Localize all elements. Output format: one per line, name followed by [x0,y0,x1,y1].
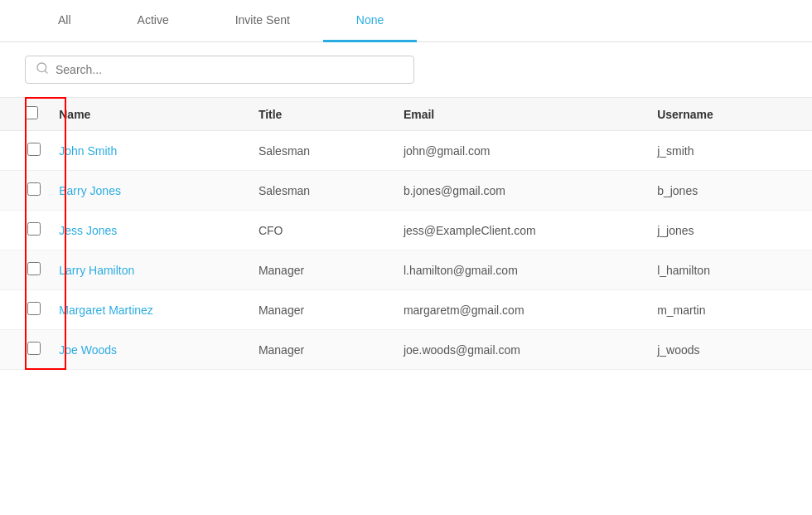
col-header-email: Email [395,98,649,131]
user-name-link[interactable]: Joe Woods [59,343,117,357]
row-email-cell: joe.woods@gmail.com [395,330,649,370]
row-username-cell: b_jones [649,171,812,211]
select-all-checkbox[interactable] [25,106,38,119]
row-checkbox-cell [0,131,51,171]
row-checkbox-5[interactable] [27,342,41,355]
table-row: Margaret Martinez Manager margaretm@gmai… [0,290,812,330]
row-name-cell: Margaret Martinez [51,290,250,330]
row-username-cell: m_martin [649,290,812,330]
search-box [25,56,414,84]
tab-bar: All Active Invite Sent None [0,0,812,42]
row-email-cell: b.jones@gmail.com [395,171,649,211]
search-icon [36,61,49,78]
row-checkbox-cell [0,211,51,250]
row-username-cell: j_smith [649,131,812,171]
row-title-cell: CFO [250,211,395,250]
row-username-cell: j_woods [649,330,812,370]
search-input[interactable] [56,63,404,76]
row-checkbox-1[interactable] [27,182,41,196]
table-body: John Smith Salesman john@gmail.com j_smi… [0,131,812,370]
row-checkbox-3[interactable] [27,262,41,275]
tab-active[interactable]: Active [104,0,202,42]
page-container: All Active Invite Sent None [0,0,812,515]
col-header-name: Name [51,98,250,131]
user-name-link[interactable]: John Smith [59,144,117,158]
row-email-cell: margaretm@gmail.com [395,290,649,330]
table-row: Jess Jones CFO jess@ExampleClient.com j_… [0,211,812,250]
row-username-cell: l_hamilton [649,250,812,290]
user-table: Name Title Email Username John Smith Sal… [0,97,812,370]
row-checkbox-2[interactable] [27,222,41,236]
row-title-cell: Manager [250,250,395,290]
row-username-cell: j_jones [649,211,812,250]
user-name-link[interactable]: Jess Jones [59,224,117,237]
col-header-title: Title [250,98,395,131]
row-name-cell: Jess Jones [51,211,250,250]
row-checkbox-0[interactable] [27,143,41,156]
user-name-link[interactable]: Barry Jones [59,184,121,197]
row-email-cell: john@gmail.com [395,131,649,171]
table-row: Barry Jones Salesman b.jones@gmail.com b… [0,171,812,211]
tab-none[interactable]: None [323,0,417,42]
row-checkbox-cell [0,330,51,370]
row-name-cell: John Smith [51,131,250,171]
row-name-cell: Larry Hamilton [51,250,250,290]
table-row: Larry Hamilton Manager l.hamilton@gmail.… [0,250,812,290]
table-row: John Smith Salesman john@gmail.com j_smi… [0,131,812,171]
row-email-cell: l.hamilton@gmail.com [395,250,649,290]
row-title-cell: Salesman [250,131,395,171]
row-title-cell: Manager [250,330,395,370]
row-checkbox-cell [0,171,51,211]
tab-invite-sent[interactable]: Invite Sent [202,0,323,42]
row-checkbox-cell [0,250,51,290]
search-container [0,42,812,97]
col-header-username: Username [649,98,812,131]
row-checkbox-cell [0,290,51,330]
row-name-cell: Joe Woods [51,330,250,370]
row-checkbox-4[interactable] [27,302,41,315]
table-wrapper: Name Title Email Username John Smith Sal… [0,97,812,370]
row-email-cell: jess@ExampleClient.com [395,211,649,250]
tab-all[interactable]: All [25,0,104,42]
row-title-cell: Manager [250,290,395,330]
row-title-cell: Salesman [250,171,395,211]
user-name-link[interactable]: Margaret Martinez [59,304,153,317]
col-header-checkbox [0,98,51,131]
svg-line-1 [45,70,47,73]
row-name-cell: Barry Jones [51,171,250,211]
table-row: Joe Woods Manager joe.woods@gmail.com j_… [0,330,812,370]
table-header-row: Name Title Email Username [0,98,812,131]
user-name-link[interactable]: Larry Hamilton [59,264,134,277]
